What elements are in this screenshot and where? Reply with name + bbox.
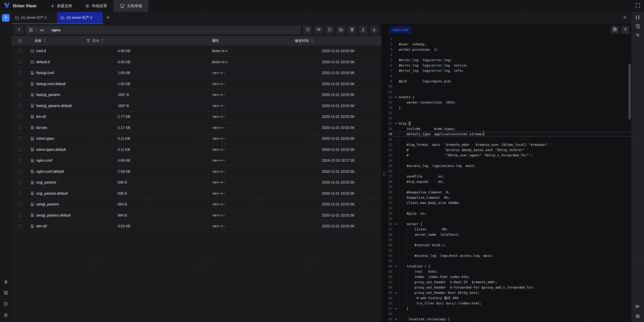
row-checkbox[interactable] [18, 60, 22, 64]
code-line[interactable]: 48proxy_set_header X-Forwarded-For $prox… [387, 285, 631, 290]
new-folder-button[interactable] [337, 26, 345, 34]
code-line[interactable]: 41 [387, 248, 631, 253]
table-row[interactable]: default.d4.00 KBdrwxr-xr-x2020-11-01 10:… [12, 57, 381, 68]
file-name-cell[interactable]: mime.types [29, 136, 116, 140]
code-line[interactable]: 28#tcp_nopush on; [387, 179, 631, 184]
file-name-cell[interactable]: koi-win [29, 126, 116, 130]
drag-handle-icon[interactable] [383, 172, 386, 176]
table-row[interactable]: fastcgi_params.default1007 B-rw-r--r--20… [12, 100, 381, 112]
menu-host-terminal[interactable]: 主机终端 [113, 0, 148, 12]
table-row[interactable]: uwsgi_params.default664 B-rw-r--r--2020-… [12, 210, 381, 221]
breadcrumb-segment-nginx[interactable]: nginx [52, 28, 61, 32]
new-tab-button[interactable] [2, 14, 10, 22]
code-line[interactable]: 31keepalive_timeout 65; [387, 195, 631, 200]
code-line[interactable]: 52} [387, 306, 631, 311]
table-row[interactable]: nginx.conf.default2.59 KB-rw-r--r--2020-… [12, 166, 381, 177]
code-line[interactable]: 17http { [387, 121, 631, 126]
row-checkbox[interactable] [18, 213, 22, 217]
code-line[interactable]: 4 [387, 52, 631, 57]
sort-carets-icon[interactable] [44, 39, 46, 43]
fold-chevron-icon[interactable] [393, 121, 399, 126]
file-name-cell[interactable]: fastcgi_params.default [29, 104, 116, 108]
close-panel-button[interactable] [623, 12, 631, 24]
code-line[interactable]: 16 [387, 116, 631, 121]
new-file-button[interactable] [326, 26, 334, 34]
swap-arrows-icon[interactable] [636, 33, 640, 37]
row-checkbox[interactable] [18, 104, 22, 108]
download-button[interactable] [370, 26, 378, 34]
breadcrumb-segment-etc[interactable]: etc [40, 28, 45, 32]
row-checkbox[interactable] [18, 170, 22, 173]
table-row[interactable]: mime.types5.11 KB-rw-r--r--2020-11-01 10… [12, 133, 381, 144]
fold-chevron-icon[interactable] [393, 316, 399, 322]
code-line[interactable]: 8 [387, 73, 631, 79]
code-line[interactable]: 42#access_log logs/host.access.log main; [387, 253, 631, 258]
code-line[interactable]: 50 # web history 模式 404 [387, 295, 631, 301]
table-row[interactable]: fastcgi.conf.default1.05 KB-rw-r--r--202… [12, 79, 381, 90]
file-name-cell[interactable]: scgi_params [29, 180, 116, 184]
code-line[interactable]: 36server { [387, 221, 631, 227]
code-line[interactable]: 39 [387, 237, 631, 242]
toggle-hidden-files-button[interactable] [314, 26, 323, 34]
filter-funnel-icon[interactable] [86, 39, 90, 43]
code-editor[interactable]: 12#user nobody;3worker_processes 1;45#er… [387, 35, 631, 322]
code-line[interactable]: 2#user nobody; [387, 42, 631, 47]
sort-carets-icon[interactable] [101, 39, 104, 43]
code-line[interactable]: 21#log_format main '$remote_addr - $remo… [387, 142, 631, 147]
code-line[interactable]: 15 [387, 110, 631, 116]
file-name-cell[interactable]: fastcgi_params [29, 93, 116, 97]
code-line[interactable]: 11 [387, 89, 631, 94]
fullscreen-icon[interactable] [635, 3, 640, 9]
table-row[interactable]: scgi_params636 B-rw-r--r--2020-11-01 10:… [12, 177, 381, 188]
panel-resize-divider[interactable] [381, 24, 387, 322]
fold-chevron-icon[interactable] [393, 264, 399, 269]
table-row[interactable]: nginx.conf4.68 KB-rw-r--r--2024-12-10 16… [12, 155, 381, 166]
code-line[interactable]: 23# '"$http_user_agent" "$http_x_forward… [387, 153, 631, 158]
code-line[interactable]: 24 [387, 158, 631, 163]
row-checkbox[interactable] [18, 159, 22, 162]
doc-bookmark-icon[interactable] [635, 24, 640, 29]
code-line[interactable]: 27sendfile on; [387, 174, 631, 179]
code-line[interactable]: 5#error_log logs/error.log; [387, 57, 631, 63]
row-checkbox[interactable] [18, 202, 22, 206]
row-checkbox[interactable] [18, 192, 22, 195]
table-row[interactable]: uwsgi_params664 B-rw-r--r--2020-11-01 10… [12, 199, 381, 210]
row-checkbox[interactable] [18, 93, 22, 96]
code-line[interactable]: 38server_name localhost; [387, 232, 631, 237]
file-name-cell[interactable]: koi-utf [29, 115, 116, 119]
camera-icon[interactable] [635, 314, 640, 318]
tab-server-2-active[interactable]: (2) server-生产-1 [57, 12, 103, 24]
file-name-cell[interactable]: nginx.conf.default [29, 169, 116, 173]
file-name-cell[interactable]: scgi_params.default [29, 191, 116, 195]
table-row[interactable]: scgi_params.default636 B-rw-r--r--2020-1… [12, 188, 381, 199]
row-checkbox[interactable] [18, 115, 22, 118]
breadcrumb[interactable]: / etc / nginx [26, 26, 301, 34]
code-line[interactable]: 29 [387, 184, 631, 190]
brand[interactable]: Orion Visor [0, 0, 41, 12]
file-name-cell[interactable]: conf.d [29, 49, 116, 53]
editor-scrollbar-thumb[interactable] [629, 64, 631, 120]
code-line[interactable]: 32client_max_body_size 1048m; [387, 200, 631, 205]
select-all-checkbox[interactable] [18, 39, 22, 43]
code-line[interactable]: 35 [387, 216, 631, 221]
fold-chevron-icon[interactable] [393, 290, 399, 295]
upload-button[interactable] [359, 26, 367, 34]
code-line[interactable]: 20 [387, 137, 631, 142]
code-line[interactable]: 14} [387, 105, 631, 110]
file-name-cell[interactable]: default.d [29, 60, 116, 64]
table-row[interactable]: koi-utf2.77 KB-rw-r--r--2020-11-01 10:02… [12, 111, 381, 122]
menu-terminal-settings[interactable]: 终端设置 [78, 0, 113, 12]
code-line[interactable]: 25#access_log logs/access.log main; [387, 163, 631, 168]
row-checkbox[interactable] [18, 137, 22, 140]
menu-new-connection[interactable]: 新建连接 [44, 0, 78, 12]
code-line[interactable]: 37listen 80; [387, 227, 631, 232]
code-line[interactable]: 30#keepalive_timeout 0; [387, 190, 631, 195]
code-line[interactable]: 51 try_files $uri $uri/ /index.html; [387, 301, 631, 306]
file-name-cell[interactable]: fastcgi.conf [29, 71, 116, 75]
code-line[interactable]: 22# '$status $body_bytes_sent "$http_ref… [387, 147, 631, 153]
add-tab-button[interactable] [103, 12, 114, 24]
code-line[interactable]: 45root html; [387, 269, 631, 274]
code-line[interactable]: 44location / { [387, 264, 631, 269]
code-line[interactable]: 19default_type application/octet-stream; [387, 131, 631, 137]
file-name-cell[interactable]: mime.types.default [29, 148, 116, 152]
